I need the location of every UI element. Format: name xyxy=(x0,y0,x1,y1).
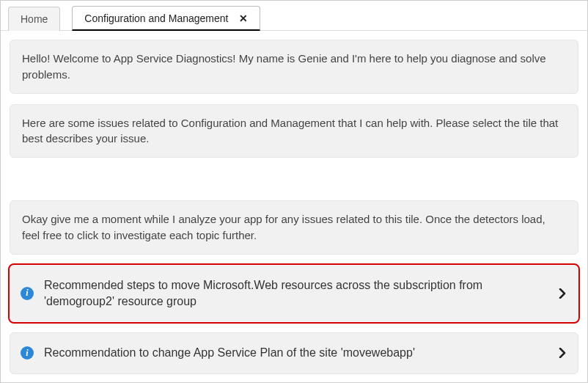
detector-change-plan[interactable]: i Recommendation to change App Service P… xyxy=(10,332,578,373)
detector-move-resources[interactable]: i Recommended steps to move Microsoft.We… xyxy=(10,265,578,323)
chevron-right-icon xyxy=(557,288,567,299)
content-area: Hello! Welcome to App Service Diagnostic… xyxy=(1,31,587,383)
tab-label: Configuration and Management xyxy=(84,12,228,24)
chevron-right-icon xyxy=(557,348,567,358)
tab-home[interactable]: Home xyxy=(8,7,60,31)
close-icon[interactable]: ✕ xyxy=(239,12,248,24)
chat-bubble-issues: Here are some issues related to Configur… xyxy=(10,104,578,158)
info-icon: i xyxy=(21,346,34,360)
info-icon: i xyxy=(21,287,34,300)
detector-title: Recommended steps to move Microsoft.Web … xyxy=(44,277,547,310)
chat-bubble-analyzing: Okay give me a moment while I analyze yo… xyxy=(10,200,578,255)
tab-config-management[interactable]: Configuration and Management ✕ xyxy=(72,6,260,31)
chat-bubble-welcome: Hello! Welcome to App Service Diagnostic… xyxy=(10,40,578,94)
tab-bar: Home Configuration and Management ✕ xyxy=(1,1,587,31)
detector-title: Recommendation to change App Service Pla… xyxy=(44,345,547,361)
